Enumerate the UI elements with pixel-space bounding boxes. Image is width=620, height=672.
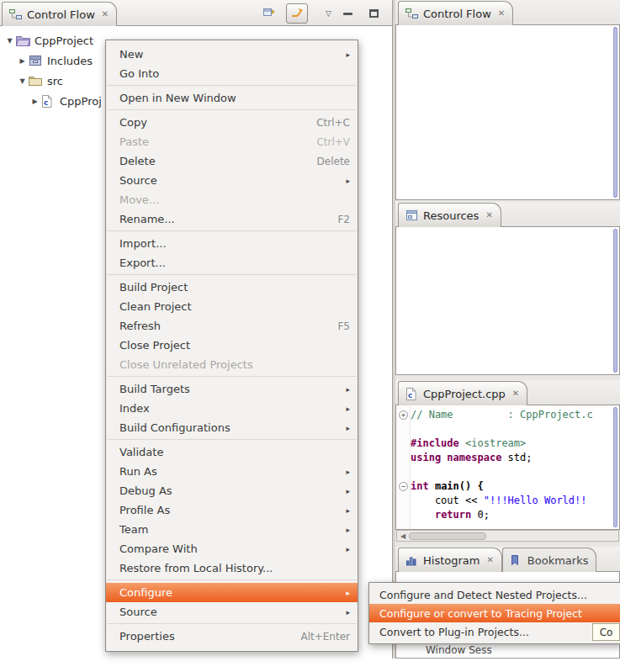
menu-item-label: Index [119,402,150,415]
close-icon[interactable]: ✕ [486,556,493,564]
minimize-button[interactable] [337,4,358,23]
code-editor[interactable]: +// Name : CppProject.c#include <iostrea… [395,405,620,530]
menu-item-rename[interactable]: Rename...F2 [106,209,358,229]
code-token [459,437,465,449]
tree-caret-icon[interactable]: ▶ [16,57,29,65]
close-icon[interactable]: ✕ [485,211,492,220]
submenu-arrow-icon: ▸ [343,385,350,394]
code-line: return 0; [396,508,619,522]
menu-shortcut: Delete [317,156,350,167]
menu-item-import[interactable]: Import... [106,234,358,253]
maximize-button[interactable] [363,4,384,23]
menu-item-label: Build Targets [119,383,190,395]
menu-item-clean-project[interactable]: Clean Project [106,297,358,316]
menu-shortcut: Alt+Enter [300,631,350,643]
menu-item-open-in-new-window[interactable]: Open in New Window [106,88,358,108]
submenu-arrow-icon: ▸ [343,177,350,185]
focus-arrow-icon [290,6,304,22]
menu-separator [107,274,357,275]
menu-separator [107,109,357,110]
submenu-item-convert-to-plug-in-projects[interactable]: Convert to Plug-in Projects... [369,622,620,641]
link-editor-icon [262,6,276,22]
tab-histogram[interactable]: Histogram ✕ [398,548,502,572]
bottom-tabbar: Histogram ✕ Bookmarks [395,547,620,572]
vertical-scrollbar[interactable] [613,229,617,373]
code-line: −int main() { [396,479,619,494]
maximize-icon [369,9,379,18]
menu-item-label: Restore from Local History... [119,562,273,574]
fold-margin-cell [396,465,411,479]
menu-item-new[interactable]: New▸ [106,45,358,64]
menu-item-label: Compare With [119,542,198,555]
scroll-left-icon[interactable]: ◀ [397,532,409,540]
submenu-arrow-icon: ▸ [343,545,350,553]
menu-item-properties[interactable]: PropertiesAlt+Enter [106,627,358,646]
svg-text:c: c [44,98,48,107]
tab-control-flow[interactable]: Control Flow ✕ [2,2,117,26]
menu-item-label: Import... [119,237,167,250]
menu-item-run-as[interactable]: Run As▸ [106,462,358,481]
menu-item-export[interactable]: Export... [106,253,358,273]
menu-item-label: Go Into [119,67,159,80]
focus-on-selection-button[interactable] [286,3,308,24]
window-session-label-fragment: Window Sess [426,644,492,656]
menu-item-label: Export... [119,257,166,269]
menu-item-build-configurations[interactable]: Build Configurations▸ [106,418,358,437]
tab-control-flow-right[interactable]: Control Flow ✕ [398,1,513,25]
tab-resources[interactable]: Resources ✕ [398,203,501,227]
fold-expand-icon[interactable]: + [396,408,411,422]
code-token: int [411,480,429,492]
menu-item-copy[interactable]: CopyCtrl+C [106,113,358,132]
close-icon[interactable]: ✕ [102,10,109,19]
menu-item-team[interactable]: Team▸ [106,520,358,539]
menu-item-build-project[interactable]: Build Project [106,278,358,297]
submenu-item-configure-or-convert-to-tracing-project[interactable]: Configure or convert to Tracing Project [369,604,620,622]
menu-item-compare-with[interactable]: Compare With▸ [106,539,358,558]
tab-cppproject-cpp[interactable]: c CppProject.cpp ✕ [398,381,527,405]
close-icon[interactable]: ✕ [512,389,519,398]
tab-bookmarks[interactable]: Bookmarks [502,548,597,572]
control-flow-content [395,25,620,200]
menu-item-index[interactable]: Index▸ [106,399,358,418]
submenu-item-configure-and-detect-nested-projects[interactable]: Configure and Detect Nested Projects... [369,585,620,604]
menu-item-profile-as[interactable]: Profile As▸ [106,500,358,520]
menu-item-restore-from-local-history[interactable]: Restore from Local History... [106,558,358,578]
menu-item-configure[interactable]: Configure▸ [106,583,358,602]
code-area[interactable]: +// Name : CppProject.c#include <iostrea… [396,405,619,529]
horizontal-scrollbar[interactable]: ◀ [396,530,619,542]
fold-margin-cell [396,451,411,465]
menu-item-close-project[interactable]: Close Project [106,336,358,355]
vertical-scrollbar[interactable] [613,27,617,198]
scrollbar-thumb[interactable] [409,532,486,540]
code-token: #include [411,437,459,449]
tab-label: Bookmarks [527,554,589,567]
menu-separator [107,85,357,86]
close-icon[interactable]: ✕ [498,9,505,18]
menu-item-debug-as[interactable]: Debug As▸ [106,481,358,500]
menu-item-delete[interactable]: DeleteDelete [106,151,358,171]
fold-collapse-icon[interactable]: − [396,479,411,494]
menu-item-close-unrelated-projects: Close Unrelated Projects [106,355,358,374]
menu-item-label: Paste [119,135,149,148]
menu-item-build-targets[interactable]: Build Targets▸ [106,379,358,399]
menu-item-refresh[interactable]: RefreshF5 [106,316,358,336]
code-token: std; [501,452,532,463]
left-tabbar: Control Flow ✕ ▽ [0,0,392,26]
bookmarks-icon [510,554,523,567]
menu-item-go-into[interactable]: Go Into [106,64,358,83]
menu-item-label: Configure [119,586,172,599]
tree-caret-icon[interactable]: ▼ [16,77,29,85]
menu-item-label: Copy [119,116,147,129]
view-menu-icon[interactable]: ▽ [326,9,331,18]
tree-caret-icon[interactable]: ▼ [3,37,16,45]
menu-item-source[interactable]: Source▸ [106,171,358,190]
tree-caret-icon[interactable]: ▶ [29,98,41,105]
code-line: #include <iostream> [396,437,619,451]
menu-item-source-2[interactable]: Source▸ [106,602,358,622]
menu-item-validate[interactable]: Validate [106,442,358,462]
submenu-item-label: Convert to Plug-in Projects... [379,626,529,638]
tree-label: Includes [47,55,93,67]
c-project-icon [16,34,32,47]
link-with-editor-button[interactable] [258,3,280,24]
code-line: cout << "!!!Hello World!! [396,494,619,508]
